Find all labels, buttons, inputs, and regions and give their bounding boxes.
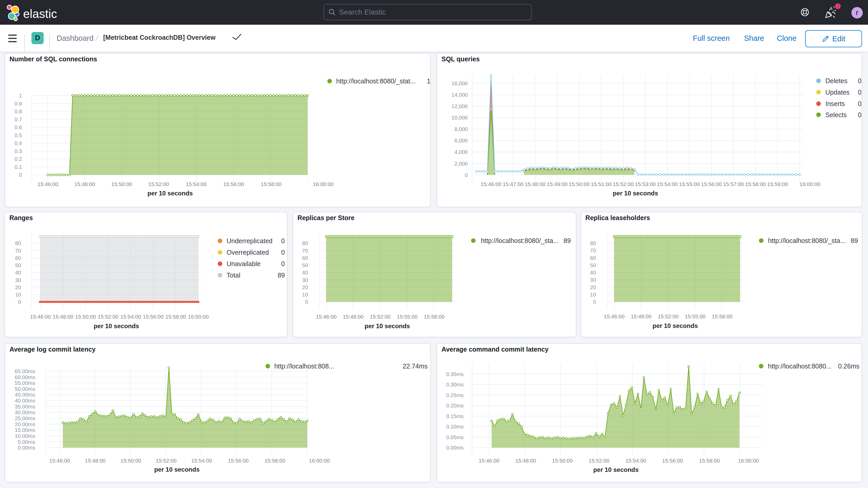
svg-text:15:50:00: 15:50:00 (75, 314, 96, 319)
svg-text:50: 50 (15, 262, 21, 268)
svg-text:0: 0 (858, 111, 862, 118)
svg-text:15:52:00: 15:52:00 (156, 458, 177, 464)
svg-text:16:00:00: 16:00:00 (738, 458, 759, 464)
svg-text:0.5: 0.5 (14, 132, 22, 138)
svg-text:89: 89 (563, 237, 571, 244)
svg-text:80: 80 (302, 240, 308, 246)
svg-text:per 10 seconds: per 10 seconds (154, 466, 199, 473)
svg-text:22.74ms: 22.74ms (403, 363, 428, 370)
svg-text:per 10 seconds: per 10 seconds (94, 323, 139, 330)
svg-text:8,000: 8,000 (455, 126, 468, 132)
svg-text:15:52:00: 15:52:00 (658, 313, 679, 319)
svg-text:0: 0 (858, 100, 862, 107)
svg-text:15:48:00: 15:48:00 (53, 314, 73, 319)
svg-text:15:54:00: 15:54:00 (191, 458, 212, 464)
svg-text:Deletes: Deletes (826, 77, 847, 85)
svg-text:2,000: 2,000 (455, 160, 468, 166)
svg-text:80: 80 (15, 240, 21, 246)
svg-text:15:52:00: 15:52:00 (370, 314, 391, 319)
svg-text:Inserts: Inserts (826, 100, 845, 107)
svg-text:15:56:00: 15:56:00 (223, 181, 244, 187)
svg-text:0: 0 (281, 237, 285, 245)
svg-text:Selects: Selects (826, 111, 847, 118)
svg-text:15:58:00: 15:58:00 (699, 458, 720, 464)
svg-text:10.00ms: 10.00ms (14, 433, 35, 439)
svg-text:per 10 seconds: per 10 seconds (593, 466, 639, 473)
svg-text:15:54:00: 15:54:00 (625, 458, 646, 464)
svg-text:89: 89 (278, 272, 285, 279)
svg-text:0: 0 (18, 299, 21, 305)
svg-text:14,000: 14,000 (452, 92, 468, 98)
svg-text:15:58:00: 15:58:00 (265, 458, 285, 464)
svg-text:15:58:00: 15:58:00 (712, 313, 733, 319)
svg-text:65.00ms: 65.00ms (14, 368, 35, 374)
svg-text:0.1: 0.1 (14, 164, 22, 170)
svg-text:15:52:00: 15:52:00 (98, 314, 119, 319)
svg-text:15:46:00: 15:46:00 (481, 181, 502, 187)
svg-text:15:54:00: 15:54:00 (186, 181, 206, 187)
svg-text:15:52:00: 15:52:00 (589, 458, 610, 464)
svg-text:15:48:00: 15:48:00 (74, 181, 95, 187)
svg-text:50: 50 (590, 262, 596, 268)
svg-text:0: 0 (19, 172, 22, 178)
svg-text:16:00:00: 16:00:00 (309, 458, 330, 464)
svg-text:50: 50 (302, 262, 308, 268)
svg-text:http://localhost:8080...: http://localhost:8080... (768, 363, 832, 370)
svg-text:Underreplicated: Underreplicated (227, 237, 273, 245)
svg-text:30: 30 (590, 277, 596, 283)
svg-text:0: 0 (858, 88, 862, 96)
svg-text:40: 40 (15, 270, 21, 275)
svg-text:30: 30 (15, 277, 21, 283)
svg-text:60: 60 (15, 255, 21, 261)
svg-text:15:50:00: 15:50:00 (569, 181, 590, 187)
svg-text:0.35ms: 0.35ms (446, 371, 464, 377)
svg-text:15:54:00: 15:54:00 (120, 314, 141, 319)
svg-text:60: 60 (590, 255, 596, 261)
svg-text:10,000: 10,000 (452, 115, 468, 121)
svg-text:per 10 seconds: per 10 seconds (364, 323, 410, 330)
svg-text:0.30ms: 0.30ms (446, 382, 464, 388)
svg-text:0.3: 0.3 (14, 148, 22, 154)
svg-text:per 10 seconds: per 10 seconds (613, 190, 658, 197)
svg-text:15:46:00: 15:46:00 (49, 458, 70, 464)
svg-text:30.00ms: 30.00ms (14, 409, 35, 415)
svg-text:10: 10 (15, 292, 21, 298)
svg-text:15:49:00: 15:49:00 (547, 181, 567, 187)
svg-text:89: 89 (850, 237, 858, 244)
svg-text:20: 20 (590, 284, 596, 290)
svg-text:15:53:00: 15:53:00 (635, 181, 656, 187)
svg-text:http://localhost:8080/_stat...: http://localhost:8080/_stat... (336, 78, 415, 85)
svg-text:40.00ms: 40.00ms (14, 398, 35, 403)
svg-text:40: 40 (590, 270, 596, 275)
svg-text:15:56:00: 15:56:00 (662, 458, 683, 464)
svg-text:0: 0 (281, 260, 285, 267)
svg-text:15.00ms: 15.00ms (14, 427, 35, 433)
svg-text:0.00ms: 0.00ms (18, 445, 35, 451)
svg-text:16:00:00: 16:00:00 (800, 181, 820, 187)
svg-text:15:56:00: 15:56:00 (228, 458, 249, 464)
svg-text:0.10ms: 0.10ms (446, 424, 464, 430)
svg-text:45.00ms: 45.00ms (14, 392, 35, 398)
svg-text:35.00ms: 35.00ms (14, 403, 35, 409)
svg-text:30: 30 (302, 277, 308, 283)
svg-text:15:58:00: 15:58:00 (424, 314, 444, 319)
svg-text:6,000: 6,000 (455, 138, 468, 144)
svg-text:60.00ms: 60.00ms (14, 374, 35, 380)
svg-text:5.00ms: 5.00ms (18, 439, 35, 445)
svg-text:15:50:00: 15:50:00 (552, 458, 573, 464)
svg-text:16:00:00: 16:00:00 (188, 314, 209, 319)
svg-text:20.00ms: 20.00ms (14, 421, 35, 427)
svg-text:70: 70 (590, 248, 596, 254)
svg-text:15:47:00: 15:47:00 (503, 181, 523, 187)
svg-text:15:49:00: 15:49:00 (631, 313, 652, 319)
svg-text:0.2: 0.2 (14, 156, 22, 162)
svg-text:15:50:00: 15:50:00 (120, 458, 141, 464)
svg-text:15:51:00: 15:51:00 (591, 181, 612, 187)
svg-text:15:46:00: 15:46:00 (37, 181, 58, 187)
svg-text:http://localhost:8080/_sta...: http://localhost:8080/_sta... (768, 237, 846, 244)
svg-text:0: 0 (465, 172, 468, 178)
svg-text:55.00ms: 55.00ms (14, 380, 35, 386)
svg-text:15:49:00: 15:49:00 (343, 314, 364, 319)
svg-text:0.26ms: 0.26ms (838, 363, 860, 370)
svg-text:0.8: 0.8 (14, 109, 22, 114)
